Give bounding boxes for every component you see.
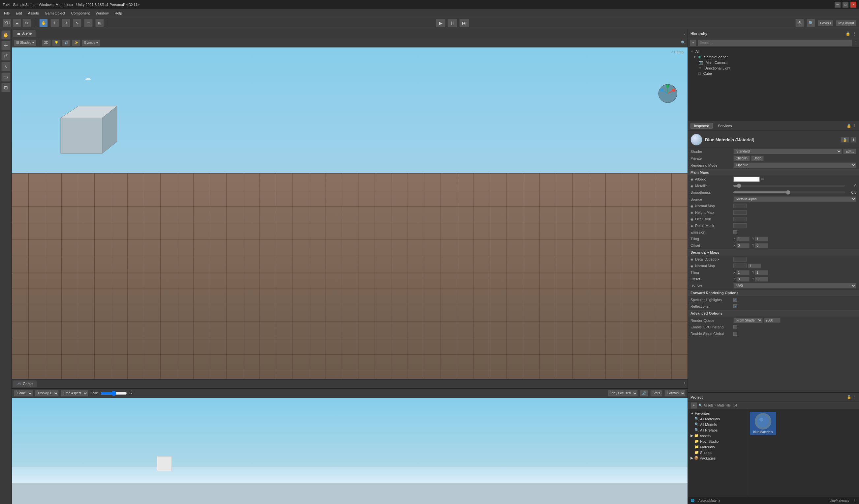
- main-maps-section[interactable]: Main Maps: [688, 169, 859, 176]
- play-focused-dropdown[interactable]: Play Focused: [608, 390, 638, 397]
- hierarchy-item-main-camera[interactable]: 📷 Main Camera: [689, 60, 858, 65]
- move-tool[interactable]: ✛: [50, 19, 59, 27]
- game-viewport[interactable]: [12, 398, 688, 504]
- advanced-options-section[interactable]: Advanced Options: [688, 310, 859, 317]
- hierarchy-item-all[interactable]: ▼ All: [689, 49, 858, 54]
- scene-gizmos-button[interactable]: Gizmos ▾: [82, 40, 100, 46]
- inspector-info-icon[interactable]: ⋮: [853, 124, 856, 128]
- hierarchy-item-samplescene[interactable]: ▼ ◉ SampleScene*: [689, 54, 858, 60]
- albedo-eyedropper-icon[interactable]: ✏: [761, 177, 764, 182]
- detail-mask-slot[interactable]: [733, 223, 747, 228]
- normal-map-slot[interactable]: [733, 204, 747, 208]
- smoothness-slider-thumb[interactable]: [786, 190, 790, 195]
- play-button[interactable]: ▶: [436, 19, 446, 27]
- hierarchy-item-cube[interactable]: □ Cube: [689, 71, 858, 76]
- secondary-tiling-y-input[interactable]: [755, 270, 768, 275]
- scale-slider[interactable]: [101, 391, 127, 396]
- scene-light-button[interactable]: 💡: [52, 40, 61, 46]
- scene-options-button[interactable]: ⋮: [682, 31, 686, 35]
- secondary-offset-x-input[interactable]: [736, 277, 750, 282]
- left-transform-tool[interactable]: ⊞: [1, 83, 11, 92]
- left-hand-tool[interactable]: ✋: [1, 30, 11, 40]
- hand-tool[interactable]: ✋: [39, 19, 48, 27]
- services-tab[interactable]: Services: [714, 123, 735, 128]
- all-models-item[interactable]: 🔍 All Models: [689, 422, 745, 427]
- material-info-button[interactable]: ℹ: [850, 137, 856, 143]
- metallic-slider-thumb[interactable]: [737, 184, 741, 188]
- scene-tab[interactable]: ☰ Scene: [13, 30, 35, 37]
- hierarchy-search[interactable]: [698, 40, 852, 46]
- hierarchy-options[interactable]: ⋮: [854, 41, 857, 45]
- occlusion-slot[interactable]: [733, 217, 747, 221]
- game-label-dropdown[interactable]: Game: [14, 390, 33, 397]
- offset-x-input[interactable]: [736, 243, 750, 248]
- checkin-button[interactable]: Checkin: [733, 156, 750, 161]
- project-add-button[interactable]: +: [691, 402, 697, 409]
- shader-dropdown[interactable]: Standard: [733, 148, 842, 154]
- menu-edit[interactable]: Edit: [13, 11, 25, 16]
- collab-button[interactable]: ⏱: [795, 19, 804, 27]
- blue-materials-file[interactable]: blueMaterials: [750, 412, 776, 435]
- hierarchy-info-icon[interactable]: ⋮: [853, 31, 856, 36]
- rect-tool[interactable]: ▭: [84, 19, 93, 27]
- height-map-slot[interactable]: [733, 210, 747, 215]
- scene-viewport[interactable]: ☁: [12, 47, 688, 379]
- tiling-x-input[interactable]: [736, 237, 750, 241]
- render-queue-input[interactable]: [764, 318, 781, 323]
- scene-audio-button[interactable]: 🔊: [62, 40, 71, 46]
- menu-file[interactable]: File: [1, 11, 13, 16]
- status-info-icon[interactable]: ⋮: [853, 499, 856, 502]
- hierarchy-lock-icon[interactable]: 🔒: [845, 31, 850, 36]
- enable-gpu-checkbox[interactable]: [733, 325, 737, 329]
- step-button[interactable]: ⏭: [459, 19, 469, 27]
- reflections-checkbox[interactable]: ✓: [733, 304, 737, 308]
- rotate-tool[interactable]: ↺: [62, 19, 70, 27]
- all-materials-item[interactable]: 🔍 All Materials: [689, 416, 745, 422]
- forward-rendering-section[interactable]: Forward Rendering Options: [688, 289, 859, 297]
- secondary-maps-section[interactable]: Secondary Maps: [688, 249, 859, 256]
- minimize-button[interactable]: ─: [834, 2, 841, 7]
- left-rotate-tool[interactable]: ↺: [1, 51, 11, 61]
- account-button[interactable]: XH: [3, 19, 11, 27]
- left-move-tool[interactable]: ✛: [1, 41, 11, 50]
- secondary-normal-slot[interactable]: [733, 264, 747, 268]
- cloud-services-button[interactable]: 🔍: [807, 19, 815, 27]
- settings-button[interactable]: ⚙: [22, 19, 31, 27]
- scale-tool[interactable]: ⤡: [73, 19, 81, 27]
- stats-button[interactable]: Stats: [650, 390, 662, 397]
- double-sided-checkbox[interactable]: [733, 332, 737, 336]
- shader-edit-button[interactable]: Edit...: [843, 148, 856, 154]
- layers-dropdown[interactable]: Layers: [818, 20, 833, 26]
- inspector-lock-icon[interactable]: 🔒: [846, 124, 852, 128]
- audio-toggle[interactable]: 🔊: [640, 390, 648, 397]
- hierarchy-add-button[interactable]: +: [690, 40, 696, 46]
- emission-checkbox[interactable]: [733, 230, 737, 234]
- transform-tool[interactable]: ⊞: [95, 19, 104, 27]
- albedo-color-swatch[interactable]: [733, 176, 760, 182]
- all-prefabs-item[interactable]: 🔍 All Prefabs: [689, 427, 745, 433]
- inspector-tab[interactable]: Inspector: [691, 123, 712, 129]
- game-tab[interactable]: 🎮 Game: [13, 380, 36, 388]
- menu-assets[interactable]: Assets: [25, 11, 42, 16]
- layout-dropdown[interactable]: MyLayout: [836, 20, 856, 26]
- project-info-icon[interactable]: ⋮: [853, 395, 856, 399]
- source-dropdown[interactable]: Metallic Alpha: [733, 196, 856, 202]
- scene-fx-button[interactable]: ✨: [72, 40, 80, 46]
- pause-button[interactable]: ⏸: [448, 19, 457, 27]
- cloud-button[interactable]: ☁: [13, 19, 21, 27]
- hovl-studio-item[interactable]: 📁 Hovl Studio: [689, 439, 745, 444]
- maximize-button[interactable]: □: [843, 2, 848, 7]
- render-queue-dropdown[interactable]: From Shader: [733, 317, 763, 323]
- hierarchy-item-directional-light[interactable]: ☀ Directional Light: [689, 65, 858, 71]
- uv-set-dropdown[interactable]: UV0: [733, 283, 856, 288]
- tiling-y-input[interactable]: [755, 237, 768, 241]
- materials-folder-item[interactable]: 📁 Materials: [689, 444, 745, 450]
- scene-search-icon[interactable]: 🔍: [681, 41, 685, 45]
- left-rect-tool[interactable]: ▭: [1, 73, 11, 82]
- menu-gameobject[interactable]: GameObject: [42, 11, 68, 16]
- scene-draw-mode[interactable]: ☰ Shaded ▾: [14, 40, 36, 46]
- undo-button[interactable]: Undo: [751, 156, 764, 161]
- project-lock-icon[interactable]: 🔒: [847, 395, 852, 399]
- gizmo-widget[interactable]: X Y Z: [658, 84, 678, 104]
- display-dropdown[interactable]: Display 1: [35, 390, 59, 397]
